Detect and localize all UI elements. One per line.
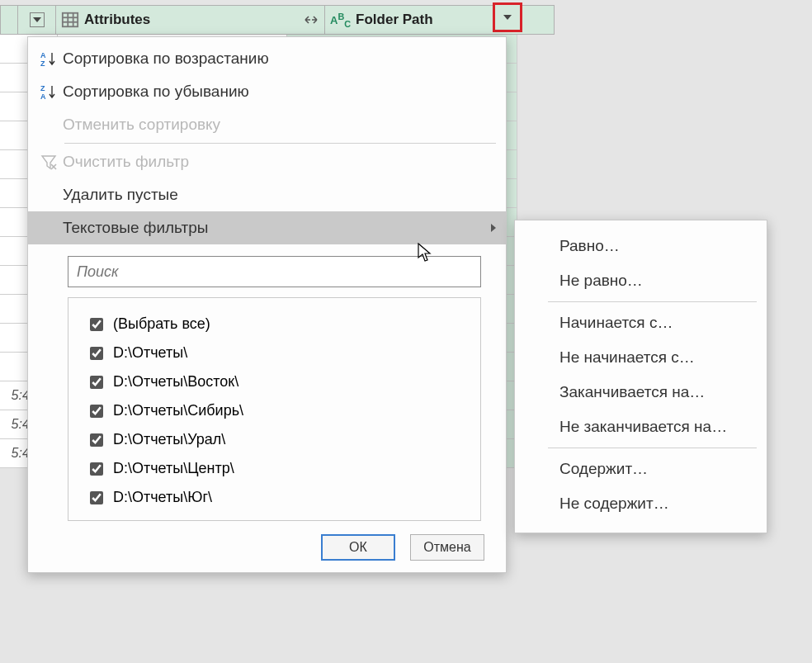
sort-ascending[interactable]: AZ Сортировка по возрастанию [28,42,506,75]
filter-not-begins-label: Не начинается с… [559,348,695,367]
ok-button[interactable]: ОК [321,534,395,561]
filter-value-checkbox[interactable] [90,405,103,418]
menu-separator [64,143,496,144]
text-type-icon: ABC [330,12,351,29]
sort-asc-label: Сортировка по возрастанию [63,50,269,68]
filter-value-checkbox[interactable] [90,347,103,360]
filter-value-row[interactable]: D:\Отчеты\Сибирь\ [78,396,470,425]
svg-marker-6 [503,15,512,20]
sort-desc-label: Сортировка по убыванию [63,83,249,101]
text-filters[interactable]: Текстовые фильтры [28,211,506,244]
filter-value-checkbox[interactable] [90,462,103,476]
sort-descending[interactable]: ZA Сортировка по убыванию [28,75,506,108]
filter-value-checkbox[interactable] [90,376,103,389]
filter-not-ends-label: Не заканчивается на… [559,418,727,436]
filter-value-label: D:\Отчеты\Центр\ [113,460,234,477]
text-filters-label: Текстовые фильтры [63,219,208,237]
filter-value-row[interactable]: (Выбрать все) [78,310,470,339]
text-filters-submenu: Равно… Не равно… Начинается с… Не начина… [514,220,767,533]
filter-values-panel: (Выбрать все)D:\Отчеты\D:\Отчеты\Восток\… [68,297,481,521]
column-header-row: Attributes ABC Folder Path [0,5,555,35]
expand-column-icon[interactable] [301,10,321,30]
filter-value-row[interactable]: D:\Отчеты\Восток\ [78,367,470,396]
clear-sort-label: Отменить сортировку [63,116,220,134]
clear-filter-label: Очистить фильтр [63,153,189,171]
remove-empty-label: Удалить пустые [63,186,178,204]
filter-value-label: D:\Отчеты\Сибирь\ [113,402,243,419]
filter-begins-label: Начинается с… [559,314,673,332]
filter-value-checkbox[interactable] [90,433,103,447]
search-input[interactable] [68,256,481,287]
svg-marker-13 [491,224,496,232]
svg-marker-0 [33,17,41,22]
filter-begins-with[interactable]: Начинается с… [515,305,767,340]
filter-not-equals-label: Не равно… [559,272,643,290]
clear-filter-icon [35,154,63,170]
filter-value-row[interactable]: D:\Отчеты\ [78,339,470,367]
filter-equals-label: Равно… [559,237,620,255]
sort-desc-icon: ZA [35,83,63,100]
filter-not-equals[interactable]: Не равно… [515,263,767,298]
filter-value-label: D:\Отчеты\ [113,344,187,362]
search-container [28,244,506,297]
ok-label: ОК [349,540,367,555]
dialog-buttons: ОК Отмена [321,534,484,561]
filter-value-row[interactable]: D:\Отчеты\Центр\ [78,454,470,483]
filter-equals[interactable]: Равно… [515,229,767,263]
filter-not-contains[interactable]: Не содержит… [515,486,767,521]
svg-text:Z: Z [40,84,45,92]
submenu-separator [548,448,757,448]
column-header-attributes-label: Attributes [84,12,150,28]
svg-rect-1 [63,13,78,27]
filter-value-label: D:\Отчеты\Урал\ [113,431,225,448]
sort-asc-icon: AZ [35,50,63,67]
cancel-button[interactable]: Отмена [410,534,484,561]
filter-value-label: (Выбрать все) [113,315,210,333]
column-header-attributes[interactable]: Attributes [56,5,325,35]
svg-text:A: A [40,51,46,59]
folder-path-filter-dropdown[interactable] [493,2,522,32]
filter-not-ends[interactable]: Не заканчивается на… [515,410,767,444]
svg-text:A: A [40,92,46,100]
clear-filter: Очистить фильтр [28,145,506,178]
filter-value-label: D:\Отчеты\Восток\ [113,373,238,391]
filter-dropdown-panel: AZ Сортировка по возрастанию ZA Сортиров… [27,36,507,573]
filter-not-begins[interactable]: Не начинается с… [515,340,767,375]
filter-value-checkbox[interactable] [90,491,103,504]
table-icon [61,11,79,29]
filter-column-dropdown-prev[interactable] [18,5,56,35]
filter-not-contains-label: Не содержит… [559,495,669,513]
filter-value-row[interactable]: D:\Отчеты\Юг\ [78,483,470,512]
clear-sort: Отменить сортировку [28,108,506,141]
svg-text:Z: Z [40,59,45,67]
chevron-right-icon [489,219,498,237]
filter-value-checkbox[interactable] [90,318,103,331]
column-header-folder-label: Folder Path [356,12,433,28]
filter-value-label: D:\Отчеты\Юг\ [113,489,212,506]
time-header-stub [0,5,18,35]
filter-value-row[interactable]: D:\Отчеты\Урал\ [78,425,470,454]
filter-ends-with[interactable]: Заканчивается на… [515,375,767,410]
chevron-down-icon [30,12,45,27]
filter-ends-label: Заканчивается на… [559,383,705,401]
filter-contains-label: Содержит… [559,460,648,478]
remove-empty[interactable]: Удалить пустые [28,178,506,211]
cancel-label: Отмена [423,540,470,555]
submenu-separator [548,301,757,302]
filter-contains[interactable]: Содержит… [515,452,767,486]
